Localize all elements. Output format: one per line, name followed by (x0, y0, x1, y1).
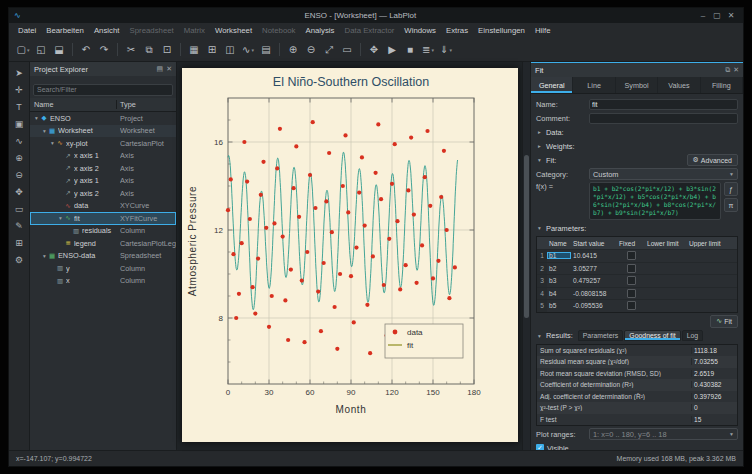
data-point[interactable] (439, 195, 443, 199)
data-point[interactable] (411, 213, 415, 217)
data-point[interactable] (316, 290, 320, 294)
add-curve-button[interactable]: ∿ (12, 134, 26, 147)
param-start-value-cell[interactable]: 3.05277 (571, 265, 617, 272)
save-button[interactable]: ⬓ (50, 41, 68, 58)
expander-icon[interactable]: ▾ (41, 128, 48, 134)
data-point[interactable] (277, 127, 281, 131)
expander-icon[interactable]: ▾ (57, 215, 64, 221)
panel-close-icon[interactable]: ✕ (166, 65, 172, 73)
param-fixed-cell[interactable] (617, 289, 645, 298)
data-point[interactable] (398, 287, 402, 291)
data-point[interactable] (239, 241, 243, 245)
project-explorer-header[interactable]: Project Explorer ▤ ✕ (30, 62, 176, 76)
data-point[interactable] (395, 219, 399, 223)
data-point[interactable] (286, 338, 290, 342)
parameters-section-toggle[interactable]: ▾ Parameters: (536, 222, 738, 234)
tree-item-x-axis-2[interactable]: ↗x axis 2Axis (30, 162, 176, 175)
stop-button[interactable]: ■ (401, 41, 419, 58)
menu-einstellungen[interactable]: Einstellungen (473, 26, 530, 35)
fixed-checkbox[interactable] (627, 289, 636, 298)
data-point[interactable] (318, 329, 322, 333)
menu-data-extractor[interactable]: Data Extractor (340, 26, 400, 35)
redo-button[interactable]: ↷ (95, 41, 113, 58)
data-point[interactable] (348, 274, 352, 278)
tree-item-residuals[interactable]: ▥residualsColumn (30, 225, 176, 238)
worksheet-page[interactable]: El Niño-Southern Oscillation030609012015… (182, 68, 518, 442)
scrollbar-thumb[interactable] (524, 155, 529, 318)
tree-item-worksheet[interactable]: ▾▦WorksheetWorksheet (30, 125, 176, 138)
data-point[interactable] (264, 226, 268, 230)
expander-icon[interactable]: ▾ (33, 115, 40, 121)
add-spreadsheet-button[interactable]: ⊞ (203, 41, 221, 58)
edit-button[interactable]: ✎ (12, 219, 26, 232)
cut-button[interactable]: ✂ (122, 41, 140, 58)
param-name-cell[interactable]: b1 (547, 252, 571, 259)
data-point[interactable] (422, 175, 426, 179)
data-point[interactable] (294, 144, 298, 148)
data-point[interactable] (250, 285, 254, 289)
data-point[interactable] (441, 149, 445, 153)
new-button[interactable]: ▢▾ (14, 41, 32, 58)
comment-field[interactable] (589, 113, 738, 124)
data-point[interactable] (310, 120, 314, 124)
menu-extras[interactable]: Extras (441, 26, 473, 35)
param-start-value-cell[interactable]: 0.479257 (571, 277, 617, 284)
minimize-button[interactable]: – (696, 11, 710, 20)
parameter-row[interactable]: 3b30.479257 (537, 275, 737, 288)
select-button[interactable]: ➤ (12, 66, 26, 79)
data-point[interactable] (329, 230, 333, 234)
tree-item-xy-plot[interactable]: ▾∿xy-plotCartesianPlot (30, 137, 176, 150)
param-fixed-cell[interactable] (617, 251, 645, 260)
undo-button[interactable]: ↶ (77, 41, 95, 58)
crosshair-button[interactable]: ✛ (12, 83, 26, 96)
menu-bearbeiten[interactable]: Bearbeiten (41, 26, 89, 35)
zoom-in-button[interactable]: ⊕ (284, 41, 302, 58)
undock-icon[interactable]: ⧉ (725, 66, 730, 74)
data-point[interactable] (269, 294, 273, 298)
play-button[interactable]: ▶ (383, 41, 401, 58)
data-point[interactable] (392, 142, 396, 146)
fixed-checkbox[interactable] (627, 301, 636, 310)
data-point[interactable] (430, 276, 434, 280)
data-point[interactable] (357, 191, 361, 195)
data-point[interactable] (378, 197, 382, 201)
add-plot-button[interactable]: ∿▾ (239, 41, 257, 58)
add-note-button[interactable]: ▤ (257, 41, 275, 58)
maximize-button[interactable]: ▢ (710, 11, 724, 20)
legend-box[interactable] (385, 324, 463, 358)
param-start-value-cell[interactable]: -0.095536 (571, 302, 617, 309)
open-button[interactable]: ◱ (32, 41, 50, 58)
advanced-button[interactable]: ⚙ Advanced (687, 154, 738, 166)
tree-item-fit[interactable]: ▾∿fitXYFitCurve (30, 212, 176, 225)
param-start-value-cell[interactable]: -0.0808158 (571, 290, 617, 297)
data-point[interactable] (365, 303, 369, 307)
param-name-cell[interactable]: b4 (547, 290, 571, 297)
data-point[interactable] (327, 151, 331, 155)
data-point[interactable] (266, 325, 270, 329)
menu-hilfe[interactable]: Hilfe (530, 26, 556, 35)
fixed-checkbox[interactable] (627, 264, 636, 273)
worksheet-vscrollbar[interactable] (522, 62, 530, 450)
data-point[interactable] (291, 186, 295, 190)
data-point[interactable] (228, 177, 232, 181)
tree-item-y-axis-2[interactable]: ↗y axis 2Axis (30, 187, 176, 200)
data-point[interactable] (370, 254, 374, 258)
param-name-cell[interactable]: b5 (547, 302, 571, 309)
data-point[interactable] (354, 246, 358, 250)
data-point[interactable] (389, 182, 393, 186)
data-point[interactable] (387, 237, 391, 241)
param-name-cell[interactable]: b3 (547, 277, 571, 284)
data-point[interactable] (351, 320, 355, 324)
expander-icon[interactable]: ▾ (41, 253, 48, 259)
insert-function-button[interactable]: ƒ (724, 182, 738, 196)
data-point[interactable] (340, 184, 344, 188)
menu-matrix[interactable]: Matrix (179, 26, 210, 35)
data-point[interactable] (362, 224, 366, 228)
settings-button[interactable]: ⚙ (12, 253, 26, 266)
zoom-fit-button[interactable]: ⤢ (320, 41, 338, 58)
menu-ansicht[interactable]: Ansicht (89, 26, 125, 35)
zoom-in-button[interactable]: ⊕ (12, 151, 26, 164)
column-header-name[interactable]: Name (30, 100, 117, 109)
layout-button[interactable]: ≣▾ (419, 41, 437, 58)
data-point[interactable] (346, 210, 350, 214)
